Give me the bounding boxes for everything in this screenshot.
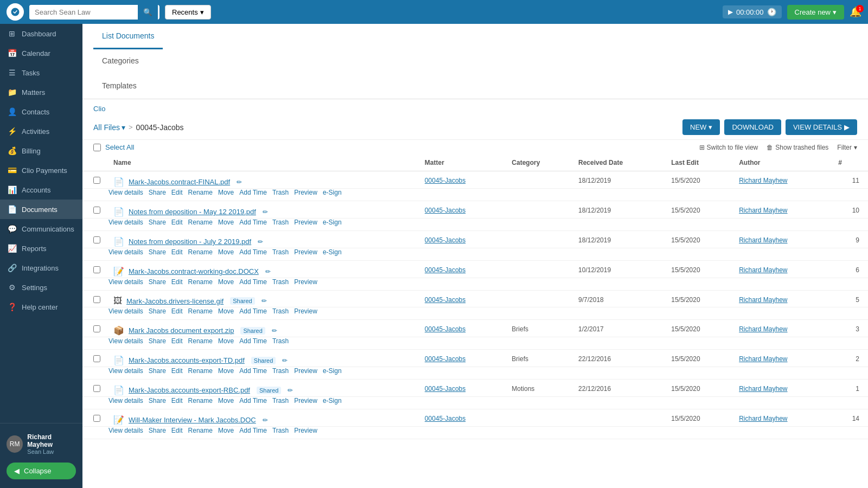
select-all-label[interactable]: Select All	[105, 143, 134, 151]
sidebar-item-tasks[interactable]: ☰Tasks	[0, 63, 82, 82]
sidebar-item-billing[interactable]: 💰Billing	[0, 141, 82, 160]
doc-name-link[interactable]: Will-Maker Interview - Mark Jacobs.DOC	[129, 416, 256, 424]
action-edit[interactable]: Edit	[171, 278, 183, 286]
action-rename[interactable]: Rename	[188, 367, 213, 375]
edit-pencil-icon[interactable]: ✏	[237, 178, 242, 186]
matter-cell[interactable]: 00045-Jacobs	[418, 171, 505, 189]
action-share[interactable]: Share	[149, 397, 166, 404]
tab-categories[interactable]: Categories	[93, 49, 163, 74]
recents-button[interactable]: Recents ▾	[165, 5, 211, 20]
sidebar-item-matters[interactable]: 📁Matters	[0, 82, 82, 102]
action-trash[interactable]: Trash	[272, 189, 289, 196]
action-share[interactable]: Share	[149, 248, 166, 256]
action-trash[interactable]: Trash	[272, 337, 289, 345]
action-trash[interactable]: Trash	[272, 307, 289, 315]
show-trashed-button[interactable]: 🗑 Show trashed files	[767, 144, 828, 151]
notifications-button[interactable]: 🔔 1	[850, 6, 861, 18]
row-checkbox[interactable]	[93, 325, 100, 332]
action-view-details[interactable]: View details	[108, 427, 143, 434]
action-add-time[interactable]: Add Time	[239, 307, 267, 315]
row-checkbox[interactable]	[93, 296, 100, 303]
edit-pencil-icon[interactable]: ✏	[272, 327, 277, 335]
row-checkbox[interactable]	[93, 415, 100, 422]
row-checkbox[interactable]	[93, 355, 100, 362]
matter-cell[interactable]: 00045-Jacobs	[418, 291, 505, 307]
author-cell[interactable]: Richard Mayhew	[732, 231, 832, 248]
action-edit[interactable]: Edit	[171, 219, 183, 226]
edit-pencil-icon[interactable]: ✏	[282, 357, 288, 364]
action-edit[interactable]: Edit	[171, 248, 183, 256]
row-checkbox[interactable]	[93, 266, 100, 273]
view-details-button[interactable]: VIEW DETAILS ▶	[786, 119, 857, 135]
action-view-details[interactable]: View details	[108, 397, 143, 404]
action-rename[interactable]: Rename	[188, 397, 213, 404]
sidebar-user[interactable]: RM Richard Mayhew Sean Law	[0, 429, 82, 459]
action-move[interactable]: Move	[218, 278, 234, 286]
doc-name-link[interactable]: Mark-Jacobs.drivers-license.gif	[126, 297, 224, 305]
action-share[interactable]: Share	[149, 189, 166, 196]
action-rename[interactable]: Rename	[188, 307, 213, 315]
doc-name-link[interactable]: Mark-Jacobs.accounts-export-RBC.pdf	[129, 386, 250, 394]
row-checkbox[interactable]	[93, 385, 100, 392]
action-edit[interactable]: Edit	[171, 307, 183, 315]
action-add-time[interactable]: Add Time	[239, 337, 267, 345]
action-rename[interactable]: Rename	[188, 219, 213, 226]
action-e-sign[interactable]: e-Sign	[323, 248, 342, 256]
sidebar-item-settings[interactable]: ⚙Settings	[0, 278, 82, 297]
sidebar-item-documents[interactable]: 📄Documents	[0, 200, 82, 219]
action-preview[interactable]: Preview	[294, 427, 317, 434]
search-input[interactable]	[29, 5, 138, 20]
action-share[interactable]: Share	[149, 367, 166, 375]
sidebar-item-integrations[interactable]: 🔗Integrations	[0, 258, 82, 278]
action-e-sign[interactable]: e-Sign	[323, 397, 342, 404]
row-checkbox[interactable]	[93, 177, 100, 184]
switch-view-button[interactable]: ⊞ Switch to file view	[699, 144, 758, 151]
row-checkbox[interactable]	[93, 207, 100, 214]
action-view-details[interactable]: View details	[108, 307, 143, 315]
action-view-details[interactable]: View details	[108, 219, 143, 226]
sidebar-item-communications[interactable]: 💬Communications	[0, 219, 82, 239]
matter-cell[interactable]: 00045-Jacobs	[418, 320, 505, 337]
author-cell[interactable]: Richard Mayhew	[732, 350, 832, 367]
action-move[interactable]: Move	[218, 427, 234, 434]
sidebar-item-help-center[interactable]: ❓Help center	[0, 297, 82, 317]
action-rename[interactable]: Rename	[188, 189, 213, 196]
author-cell[interactable]: Richard Mayhew	[732, 171, 832, 189]
action-rename[interactable]: Rename	[188, 337, 213, 345]
action-move[interactable]: Move	[218, 248, 234, 256]
download-button[interactable]: DOWNLOAD	[724, 119, 781, 135]
sidebar-item-dashboard[interactable]: ⊞Dashboard	[0, 24, 82, 43]
doc-name-link[interactable]: Notes from deposition - May 12 2019.pdf	[129, 208, 256, 216]
action-rename[interactable]: Rename	[188, 248, 213, 256]
sidebar-item-calendar[interactable]: 📅Calendar	[0, 43, 82, 63]
action-view-details[interactable]: View details	[108, 367, 143, 375]
author-cell[interactable]: Richard Mayhew	[732, 380, 832, 397]
action-preview[interactable]: Preview	[294, 397, 317, 404]
action-move[interactable]: Move	[218, 307, 234, 315]
action-move[interactable]: Move	[218, 367, 234, 375]
edit-pencil-icon[interactable]: ✏	[265, 268, 271, 275]
action-rename[interactable]: Rename	[188, 278, 213, 286]
action-edit[interactable]: Edit	[171, 397, 183, 404]
action-add-time[interactable]: Add Time	[239, 397, 267, 404]
action-share[interactable]: Share	[149, 307, 166, 315]
action-trash[interactable]: Trash	[272, 248, 289, 256]
edit-pencil-icon[interactable]: ✏	[261, 297, 267, 305]
sidebar-item-accounts[interactable]: 📊Accounts	[0, 180, 82, 200]
tab-templates[interactable]: Templates	[93, 74, 163, 99]
action-add-time[interactable]: Add Time	[239, 219, 267, 226]
action-share[interactable]: Share	[149, 427, 166, 434]
action-edit[interactable]: Edit	[171, 337, 183, 345]
edit-pencil-icon[interactable]: ✏	[288, 387, 293, 394]
action-trash[interactable]: Trash	[272, 278, 289, 286]
doc-name-link[interactable]: Mark-Jacobs.contract-FINAL.pdf	[129, 178, 230, 186]
action-edit[interactable]: Edit	[171, 189, 183, 196]
action-move[interactable]: Move	[218, 219, 234, 226]
action-add-time[interactable]: Add Time	[239, 189, 267, 196]
action-e-sign[interactable]: e-Sign	[323, 367, 342, 375]
action-move[interactable]: Move	[218, 337, 234, 345]
matter-cell[interactable]: 00045-Jacobs	[418, 409, 505, 427]
author-cell[interactable]: Richard Mayhew	[732, 261, 832, 278]
author-cell[interactable]: Richard Mayhew	[732, 201, 832, 219]
action-add-time[interactable]: Add Time	[239, 248, 267, 256]
